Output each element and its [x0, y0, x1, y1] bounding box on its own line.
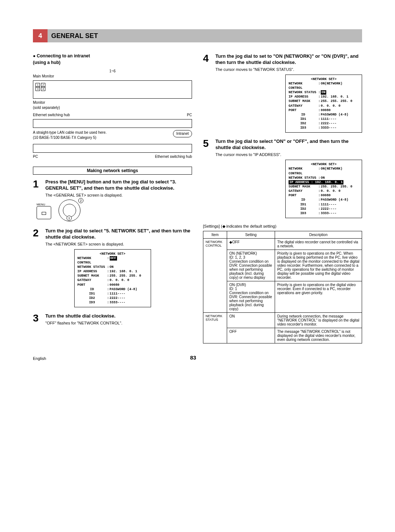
osd-network-set-off: <NETWORK SET> NETWORK CONTROL:OFF NETWOR… [74, 249, 151, 308]
intranet-diagram: 1~6 Main Monitor 1 2 3 4 Monitor (sold s… [33, 69, 192, 159]
connecting-sub: (using a hub) [33, 60, 192, 65]
table-item-network-status: NETWORK STATUS [203, 312, 227, 343]
settings-note: [Settings] (◆ indicates the default sett… [203, 224, 362, 229]
menu-jog-diagram: MENU 2 1 [37, 200, 192, 223]
page-number: 83 [46, 354, 340, 361]
step-3: 3 Turn the shuttle dial clockwise. "OFF"… [33, 313, 192, 325]
section-header: 4 GENERAL SET [33, 29, 362, 42]
settings-table: Item Setting Description NETWORK CONTROL… [203, 231, 362, 343]
footer-language: English [33, 356, 46, 361]
step-4: 4 Turn the jog dial to set to "ON (NETWO… [203, 53, 362, 72]
connecting-heading: ● Connecting to an intranet [33, 53, 192, 58]
section-title: GENERAL SET [48, 32, 98, 40]
table-item-network-control: NETWORK CONTROL [203, 238, 227, 312]
osd-network-set-ip: <NETWORK SET> NETWORK CONTROL:ON(NETWORK… [285, 160, 362, 218]
step-5: 5 Turn the jog dial to select "ON" or "O… [203, 138, 362, 157]
osd-network-set-status: <NETWORK SET> NETWORK CONTROL:ON(NETWORK… [285, 75, 362, 133]
step-1: 1 Press the [MENU] button and turn the j… [33, 179, 192, 197]
page-footer: English 83 [33, 354, 362, 361]
making-network-settings: Making network settings [33, 167, 192, 175]
step-2: 2 Turn the jog dial to select "5. NETWOR… [33, 228, 192, 246]
menu-button-icon [37, 206, 51, 219]
section-number: 4 [33, 29, 48, 42]
